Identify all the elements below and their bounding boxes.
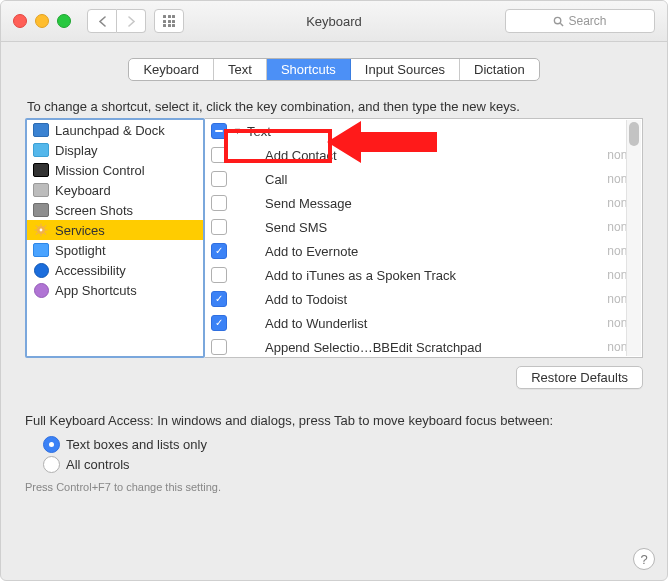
search-icon bbox=[553, 16, 564, 27]
category-label: App Shortcuts bbox=[55, 283, 137, 298]
back-button[interactable] bbox=[87, 9, 117, 33]
shortcut-label: Send Message bbox=[265, 196, 590, 211]
radio-label: Text boxes and lists only bbox=[66, 437, 207, 452]
category-icon bbox=[33, 182, 49, 198]
checkbox[interactable] bbox=[211, 267, 227, 283]
category-label: Screen Shots bbox=[55, 203, 133, 218]
close-icon[interactable] bbox=[13, 14, 27, 28]
svg-rect-8 bbox=[35, 225, 37, 227]
grid-icon bbox=[163, 15, 175, 27]
tab-shortcuts[interactable]: Shortcuts bbox=[267, 59, 351, 80]
svg-rect-6 bbox=[35, 229, 37, 230]
chevron-left-icon bbox=[98, 16, 107, 27]
tab-dictation[interactable]: Dictation bbox=[460, 59, 539, 80]
category-icon bbox=[33, 282, 49, 298]
radio-group: Text boxes and lists only All controls bbox=[43, 436, 643, 473]
category-mission-control[interactable]: Mission Control bbox=[27, 160, 203, 180]
category-icon bbox=[33, 202, 49, 218]
shortcut-label: Append Selectio…BBEdit Scratchpad bbox=[265, 340, 590, 355]
category-app-shortcuts[interactable]: App Shortcuts bbox=[27, 280, 203, 300]
svg-point-3 bbox=[40, 229, 43, 232]
checkbox[interactable] bbox=[211, 147, 227, 163]
radio-icon bbox=[43, 436, 60, 453]
category-label: Accessibility bbox=[55, 263, 126, 278]
shortcut-row[interactable]: Append Selectio…BBEdit Scratchpadnone bbox=[205, 335, 642, 357]
tab-input-sources[interactable]: Input Sources bbox=[351, 59, 460, 80]
checkbox[interactable] bbox=[211, 243, 227, 259]
checkbox[interactable] bbox=[211, 315, 227, 331]
checkbox[interactable] bbox=[211, 219, 227, 235]
preferences-window: Keyboard Search KeyboardTextShortcutsInp… bbox=[0, 0, 668, 581]
svg-line-1 bbox=[561, 23, 564, 26]
shortcut-label: Send SMS bbox=[265, 220, 590, 235]
window-controls bbox=[1, 14, 71, 28]
tab-keyboard[interactable]: Keyboard bbox=[129, 59, 214, 80]
help-button[interactable]: ? bbox=[633, 548, 655, 570]
shortcut-row[interactable]: Send Messagenone bbox=[205, 191, 642, 215]
scrollbar-thumb[interactable] bbox=[629, 122, 639, 146]
svg-rect-4 bbox=[40, 224, 41, 226]
shortcut-row[interactable]: Add to Evernotenone bbox=[205, 239, 642, 263]
chevron-right-icon bbox=[127, 16, 136, 27]
category-keyboard[interactable]: Keyboard bbox=[27, 180, 203, 200]
category-icon bbox=[33, 262, 49, 278]
category-list[interactable]: Launchpad & DockDisplayMission ControlKe… bbox=[25, 118, 205, 358]
svg-rect-11 bbox=[44, 225, 46, 227]
instruction-text: To change a shortcut, select it, click t… bbox=[27, 99, 641, 114]
footer: Full Keyboard Access: In windows and dia… bbox=[25, 413, 643, 493]
checkbox[interactable] bbox=[211, 195, 227, 211]
group-row-text[interactable]: ▼Text bbox=[205, 119, 642, 143]
shortcut-row[interactable]: Add to Wunderlistnone bbox=[205, 311, 642, 335]
shortcut-label: Add to iTunes as a Spoken Track bbox=[265, 268, 590, 283]
category-accessibility[interactable]: Accessibility bbox=[27, 260, 203, 280]
shortcut-label: Call bbox=[265, 172, 590, 187]
restore-row: Restore Defaults bbox=[25, 366, 643, 389]
checkbox[interactable] bbox=[211, 171, 227, 187]
hint-text: Press Control+F7 to change this setting. bbox=[25, 481, 643, 493]
tab-bar: KeyboardTextShortcutsInput SourcesDictat… bbox=[1, 42, 667, 89]
category-display[interactable]: Display bbox=[27, 140, 203, 160]
checkbox-mixed[interactable] bbox=[211, 123, 227, 139]
category-launchpad-dock[interactable]: Launchpad & Dock bbox=[27, 120, 203, 140]
shortcut-row[interactable]: Callnone bbox=[205, 167, 642, 191]
category-screen-shots[interactable]: Screen Shots bbox=[27, 200, 203, 220]
category-icon bbox=[33, 122, 49, 138]
category-services[interactable]: Services bbox=[27, 220, 203, 240]
zoom-icon[interactable] bbox=[57, 14, 71, 28]
forward-button[interactable] bbox=[117, 9, 146, 33]
radio-icon bbox=[43, 456, 60, 473]
shortcut-row[interactable]: Add to Todoistnone bbox=[205, 287, 642, 311]
checkbox[interactable] bbox=[211, 339, 227, 355]
shortcut-label: Add to Wunderlist bbox=[265, 316, 590, 331]
category-icon bbox=[33, 242, 49, 258]
category-spotlight[interactable]: Spotlight bbox=[27, 240, 203, 260]
nav-buttons bbox=[87, 9, 146, 33]
restore-defaults-button[interactable]: Restore Defaults bbox=[516, 366, 643, 389]
shortcut-label: Add Contact bbox=[265, 148, 590, 163]
radio-all-controls[interactable]: All controls bbox=[43, 456, 643, 473]
shortcut-list[interactable]: ▼TextAdd ContactnoneCallnoneSend Message… bbox=[205, 118, 643, 358]
svg-point-0 bbox=[555, 17, 561, 23]
shortcut-row[interactable]: Add to iTunes as a Spoken Tracknone bbox=[205, 263, 642, 287]
search-placeholder: Search bbox=[568, 14, 606, 28]
shortcut-row[interactable]: Send SMSnone bbox=[205, 215, 642, 239]
category-icon bbox=[33, 142, 49, 158]
category-label: Mission Control bbox=[55, 163, 145, 178]
group-label: Text bbox=[247, 124, 634, 139]
full-keyboard-access-label: Full Keyboard Access: In windows and dia… bbox=[25, 413, 643, 428]
radio-text-boxes-only[interactable]: Text boxes and lists only bbox=[43, 436, 643, 453]
category-label: Display bbox=[55, 143, 98, 158]
content-area: To change a shortcut, select it, click t… bbox=[1, 89, 667, 501]
search-field[interactable]: Search bbox=[505, 9, 655, 33]
show-all-button[interactable] bbox=[154, 9, 184, 33]
svg-rect-9 bbox=[44, 233, 46, 235]
shortcut-label: Add to Todoist bbox=[265, 292, 590, 307]
checkbox[interactable] bbox=[211, 291, 227, 307]
scrollbar[interactable] bbox=[626, 120, 641, 356]
radio-label: All controls bbox=[66, 457, 130, 472]
minimize-icon[interactable] bbox=[35, 14, 49, 28]
shortcut-row[interactable]: Add Contactnone bbox=[205, 143, 642, 167]
gear-icon bbox=[33, 222, 49, 238]
disclosure-triangle-icon[interactable]: ▼ bbox=[233, 126, 243, 136]
tab-text[interactable]: Text bbox=[214, 59, 267, 80]
